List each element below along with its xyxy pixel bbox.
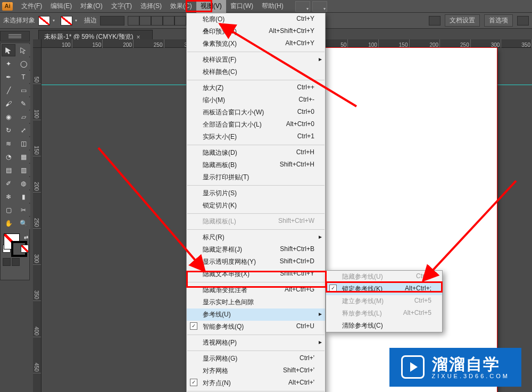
slice-tool[interactable]: ✂ [16, 204, 30, 216]
menu-item[interactable]: 像素预览(X)Alt+Ctrl+Y [187, 38, 325, 50]
menu-window[interactable]: 窗口(W) [226, 0, 257, 13]
menu-item-label: 对齐网格 [203, 366, 228, 376]
menu-item[interactable]: 叠印预览(V)Alt+Shift+Ctrl+Y [187, 26, 325, 38]
menu-item[interactable]: 智能参考线(Q)Ctrl+U [187, 321, 325, 333]
menu-item-label: 锁定参考线(K) [342, 285, 383, 294]
hand-tool[interactable]: ✋ [2, 217, 15, 229]
menu-item[interactable]: 标尺(R)▸ [187, 231, 325, 244]
menu-item-label: 显示实时上色间隙 [203, 298, 254, 307]
menu-item[interactable]: 隐藏文本串接(X)Shift+Ctrl+Y [187, 268, 325, 280]
stroke-label: 描边 [84, 16, 97, 25]
menu-item[interactable]: 显示透明度网格(Y)Shift+Ctrl+D [187, 256, 325, 268]
menu-item-label: 显示切片(S) [203, 189, 237, 198]
menu-bar: Ai 文件(F) 编辑(E) 对象(O) 文字(T) 选择(S) 效果(C) 视… [0, 0, 532, 13]
menu-object[interactable]: 对象(O) [76, 0, 106, 13]
perspective-grid-tool[interactable]: ▦ [16, 151, 30, 163]
menu-item[interactable]: 校样颜色(C) [187, 66, 325, 78]
shape-builder-tool[interactable]: ◔ [2, 151, 15, 163]
blend-tool[interactable]: ◍ [16, 177, 30, 189]
stroke-style-segment[interactable] [128, 16, 186, 26]
menu-item-shortcut: Ctrl+- [298, 96, 314, 105]
menu-item-shortcut: Ctrl+Y [296, 15, 314, 24]
menu-file[interactable]: 文件(F) [17, 0, 46, 13]
menu-item-label: 放大(Z) [203, 84, 223, 93]
menu-item[interactable]: 隐藏定界框(J)Shift+Ctrl+B [187, 244, 325, 256]
menu-item[interactable]: 放大(Z)Ctrl++ [187, 82, 325, 94]
menu-type[interactable]: 文字(T) [107, 0, 136, 13]
menu-item[interactable]: 参考线(U)▸ [187, 308, 325, 321]
menu-item-label: 隐藏参考线(U) [342, 272, 383, 281]
watermark-text: 溜溜自学 [432, 355, 500, 373]
menu-effect[interactable]: 效果(C) [166, 0, 196, 13]
prefs-button[interactable]: 首选项 [484, 14, 513, 27]
menu-select[interactable]: 选择(S) [136, 0, 166, 13]
paintbrush-tool[interactable]: 🖌 [2, 97, 15, 110]
menu-item[interactable]: 隐藏渐变批注者Alt+Ctrl+G [187, 284, 325, 296]
vertical-ruler[interactable]: 50100150200250300350400450 [33, 48, 41, 392]
lasso-tool[interactable]: ◯ [16, 57, 30, 70]
eyedropper-tool[interactable]: ✐ [2, 177, 15, 189]
pen-tool[interactable]: ✒ [2, 71, 15, 83]
none-mode-icon[interactable] [21, 245, 29, 253]
menu-item[interactable]: 校样设置(F)▸ [187, 54, 325, 66]
tool-dock-grip[interactable] [0, 31, 30, 41]
menu-item[interactable]: 显示网格(G)Ctrl+' [187, 353, 325, 365]
direct-selection-tool[interactable] [16, 44, 30, 56]
gradient-tool[interactable]: ▥ [16, 164, 30, 176]
free-transform-tool[interactable]: ◫ [16, 137, 30, 149]
menu-help[interactable]: 帮助(H) [257, 0, 288, 13]
rotate-tool[interactable]: ↻ [2, 124, 15, 136]
menu-item[interactable]: 全部适合窗口大小(L)Alt+Ctrl+0 [187, 119, 325, 131]
align-well[interactable] [517, 16, 529, 26]
menu-item[interactable]: 缩小(M)Ctrl+- [187, 94, 325, 106]
width-tool[interactable]: ≋ [2, 137, 15, 149]
scale-tool[interactable]: ⤢ [16, 124, 30, 136]
menu-item[interactable]: 透视网格(P)▸ [187, 337, 325, 349]
menu-item-label: 校样设置(F) [203, 55, 236, 64]
menu-item[interactable]: 锁定切片(K) [187, 199, 325, 212]
menu-item-label: 显示网格(G) [203, 354, 237, 363]
menu-item[interactable]: 隐藏边缘(D)Ctrl+H [187, 147, 325, 159]
stroke-swatch[interactable] [61, 16, 72, 26]
menu-item-shortcut: Alt+Shift+Ctrl+Y [269, 27, 314, 36]
stroke-weight-input[interactable] [100, 16, 124, 26]
menu-item[interactable]: 清除参考线(C) [326, 320, 442, 332]
menu-item[interactable]: 锁定参考线(K)Alt+Ctrl+; [326, 283, 442, 295]
rectangle-tool[interactable]: ▭ [16, 84, 30, 96]
menu-item[interactable]: 显示实时上色间隙 [187, 296, 325, 308]
menu-item-shortcut: Ctrl+; [416, 272, 431, 281]
pencil-tool[interactable]: ✎ [16, 97, 30, 110]
workspace-switcher-icon[interactable] [312, 1, 327, 12]
menu-item-shortcut: Ctrl+' [300, 354, 314, 363]
artboard-tool[interactable]: ▢ [2, 204, 15, 216]
selection-tool[interactable] [2, 44, 15, 56]
menu-item-shortcut: Alt+Ctrl+; [405, 285, 431, 294]
fill-swatch[interactable] [38, 16, 50, 26]
menu-item-shortcut: Shift+Ctrl+W [278, 217, 314, 226]
ruler-origin[interactable] [33, 39, 41, 48]
symbol-sprayer-tool[interactable]: ❄ [2, 190, 15, 203]
opacity-well[interactable] [429, 16, 440, 26]
menu-item[interactable]: 实际大小(E)Ctrl+1 [187, 131, 325, 143]
menu-item[interactable]: 轮廓(O)Ctrl+Y [187, 13, 325, 26]
menu-edit[interactable]: 编辑(E) [46, 0, 76, 13]
eraser-tool[interactable]: ▱ [16, 111, 30, 123]
line-tool[interactable]: ╱ [2, 84, 15, 96]
blob-brush-tool[interactable]: ◉ [2, 111, 15, 123]
swap-colors-icon[interactable]: ⇄ [24, 235, 28, 240]
zoom-tool[interactable]: 🔍 [16, 217, 30, 229]
menu-item[interactable]: 显示打印拼贴(T) [187, 171, 325, 184]
layout-toggle-icon[interactable] [295, 1, 310, 12]
menu-item[interactable]: 隐藏画板(B)Shift+Ctrl+H [187, 159, 325, 171]
menu-item[interactable]: 对齐网格Shift+Ctrl+' [187, 365, 325, 377]
menu-view[interactable]: 视图(V) [196, 0, 226, 13]
mesh-tool[interactable]: ▤ [2, 164, 15, 176]
doc-settings-button[interactable]: 文档设置 [445, 14, 480, 27]
magic-wand-tool[interactable]: ✦ [2, 57, 15, 70]
column-graph-tool[interactable]: ▮ [16, 190, 30, 203]
menu-item[interactable]: 对齐点(N)Alt+Ctrl+' [187, 377, 325, 389]
menu-item[interactable]: 显示切片(S) [187, 187, 325, 199]
type-tool[interactable]: T [16, 71, 30, 83]
tool-panel: ✦ ◯ ✒ T ╱ ▭ 🖌 ✎ ◉ ▱ ↻ ⤢ ≋ ◫ ◔ ▦ ▤ ▥ ✐ ◍ … [0, 43, 30, 280]
menu-item[interactable]: 画板适合窗口大小(W)Ctrl+0 [187, 106, 325, 119]
